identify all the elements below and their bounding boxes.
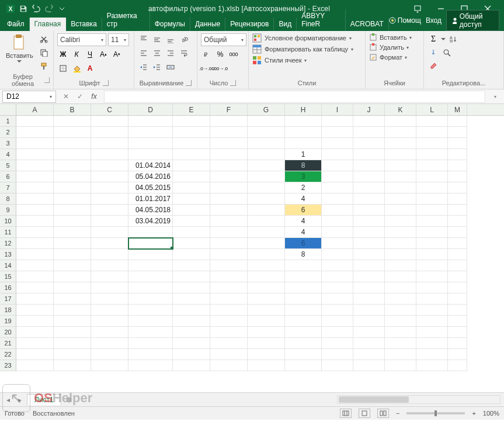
decrease-indent-icon[interactable]: [138, 61, 150, 73]
cell-D10[interactable]: 03.04.2019: [128, 216, 173, 227]
cell-C17[interactable]: [91, 293, 128, 305]
cell-A1[interactable]: [16, 116, 54, 127]
cell-B5[interactable]: [54, 160, 91, 171]
zoom-level[interactable]: 100%: [483, 410, 499, 417]
cell-J4[interactable]: [353, 149, 385, 160]
cell-M1[interactable]: [448, 116, 467, 127]
cell-G16[interactable]: [248, 282, 285, 293]
cell-G8[interactable]: [248, 193, 285, 205]
cut-icon[interactable]: [38, 33, 50, 45]
cell-K9[interactable]: [385, 205, 416, 216]
formula-input[interactable]: [104, 91, 485, 103]
cell-M12[interactable]: [448, 238, 467, 249]
cell-H7[interactable]: 2: [285, 182, 322, 193]
cell-I14[interactable]: [322, 260, 353, 271]
cell-L23[interactable]: [416, 360, 448, 371]
cell-H22[interactable]: [285, 349, 322, 360]
cell-F21[interactable]: [210, 338, 248, 349]
orientation-icon[interactable]: ab: [178, 33, 190, 45]
row-header-8[interactable]: 8: [0, 193, 16, 205]
cell-A10[interactable]: [16, 216, 54, 227]
tab-acrobat[interactable]: ACROBAT: [346, 18, 389, 31]
cell-I1[interactable]: [322, 116, 353, 127]
autosum-icon[interactable]: Σ: [427, 33, 439, 45]
col-header-D[interactable]: D: [128, 104, 173, 115]
borders-icon[interactable]: [57, 63, 69, 74]
cell-D5[interactable]: 01.04.2014: [128, 160, 173, 171]
cell-B23[interactable]: [54, 360, 91, 371]
cell-J15[interactable]: [353, 271, 385, 282]
row-header-21[interactable]: 21: [0, 338, 16, 349]
cell-I10[interactable]: [322, 216, 353, 227]
cell-L17[interactable]: [416, 293, 448, 305]
cell-J19[interactable]: [353, 316, 385, 327]
row-header-13[interactable]: 13: [0, 249, 16, 260]
cell-J18[interactable]: [353, 305, 385, 316]
cell-H2[interactable]: [285, 127, 322, 138]
increase-font-icon[interactable]: A▴: [98, 49, 109, 60]
cell-M8[interactable]: [448, 193, 467, 205]
cell-K4[interactable]: [385, 149, 416, 160]
cell-D1[interactable]: [128, 116, 173, 127]
cell-K3[interactable]: [385, 138, 416, 149]
cell-G11[interactable]: [248, 227, 285, 238]
cell-H18[interactable]: [285, 305, 322, 316]
zoom-in-icon[interactable]: +: [472, 410, 475, 417]
cell-B7[interactable]: [54, 182, 91, 193]
cell-H13[interactable]: 8: [285, 249, 322, 260]
cell-L22[interactable]: [416, 349, 448, 360]
cell-J13[interactable]: [353, 249, 385, 260]
cell-B15[interactable]: [54, 271, 91, 282]
bold-button[interactable]: Ж: [57, 49, 69, 60]
decrease-decimal-icon[interactable]: .00→.0: [214, 63, 226, 74]
cell-M18[interactable]: [448, 305, 467, 316]
find-icon[interactable]: [441, 47, 453, 58]
cell-E21[interactable]: [173, 338, 210, 349]
cell-F2[interactable]: [210, 127, 248, 138]
cell-D15[interactable]: [128, 271, 173, 282]
col-header-I[interactable]: I: [322, 104, 353, 115]
cell-D13[interactable]: [128, 249, 173, 260]
cell-I5[interactable]: [322, 160, 353, 171]
cell-C23[interactable]: [91, 360, 128, 371]
format-as-table-button[interactable]: Форматировать как таблицу: [265, 46, 348, 53]
cell-G2[interactable]: [248, 127, 285, 138]
cell-F8[interactable]: [210, 193, 248, 205]
tab-data[interactable]: Данные: [190, 18, 225, 31]
cell-L12[interactable]: [416, 238, 448, 249]
cell-E10[interactable]: [173, 216, 210, 227]
cell-J7[interactable]: [353, 182, 385, 193]
cell-L9[interactable]: [416, 205, 448, 216]
cell-L21[interactable]: [416, 338, 448, 349]
cell-D19[interactable]: [128, 316, 173, 327]
cell-L13[interactable]: [416, 249, 448, 260]
row-header-2[interactable]: 2: [0, 127, 16, 138]
cell-K6[interactable]: [385, 171, 416, 182]
cell-L20[interactable]: [416, 327, 448, 338]
cell-G3[interactable]: [248, 138, 285, 149]
cell-C10[interactable]: [91, 216, 128, 227]
cell-M4[interactable]: [448, 149, 467, 160]
cell-B19[interactable]: [54, 316, 91, 327]
tab-abbyy[interactable]: ABBYY FineR: [297, 9, 346, 31]
row-header-11[interactable]: 11: [0, 227, 16, 238]
col-header-C[interactable]: C: [91, 104, 128, 115]
cell-F4[interactable]: [210, 149, 248, 160]
cell-C15[interactable]: [91, 271, 128, 282]
cell-D17[interactable]: [128, 293, 173, 305]
row-header-14[interactable]: 14: [0, 260, 16, 271]
cell-E1[interactable]: [173, 116, 210, 127]
cell-K19[interactable]: [385, 316, 416, 327]
cell-I4[interactable]: [322, 149, 353, 160]
enter-formula-icon[interactable]: ✓: [74, 91, 86, 103]
cell-H6[interactable]: 3: [285, 171, 322, 182]
cell-J6[interactable]: [353, 171, 385, 182]
cell-L7[interactable]: [416, 182, 448, 193]
col-header-A[interactable]: A: [16, 104, 54, 115]
cell-H3[interactable]: [285, 138, 322, 149]
cell-I6[interactable]: [322, 171, 353, 182]
cell-I22[interactable]: [322, 349, 353, 360]
insert-cells-button[interactable]: Вставить: [380, 34, 407, 41]
cell-M21[interactable]: [448, 338, 467, 349]
increase-indent-icon[interactable]: [151, 61, 163, 73]
